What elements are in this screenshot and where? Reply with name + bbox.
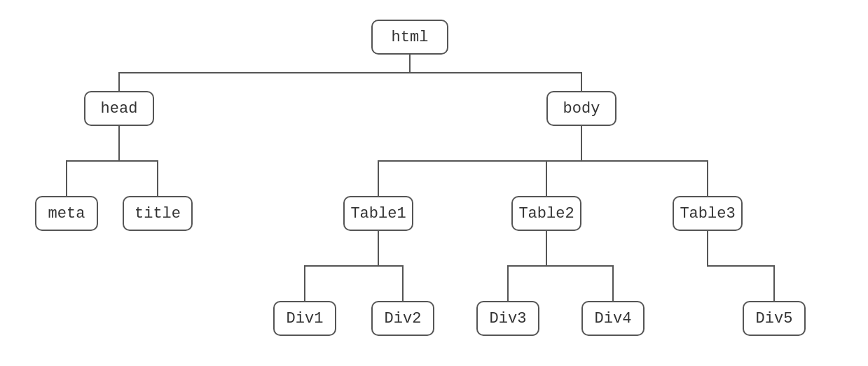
connection-head-meta xyxy=(67,126,119,196)
tree-diagram: htmlheadbodymetatitleTable1Table2Table3D… xyxy=(0,0,868,366)
node-title: title xyxy=(123,196,193,231)
connection-body-table2 xyxy=(546,126,581,196)
node-html: html xyxy=(371,20,448,55)
connection-table2-div4 xyxy=(546,231,613,301)
connection-body-table3 xyxy=(581,126,708,196)
node-div3: Div3 xyxy=(476,301,539,336)
connection-table2-div3 xyxy=(508,231,546,301)
node-div1: Div1 xyxy=(273,301,336,336)
connection-head-title xyxy=(119,126,158,196)
connection-html-head xyxy=(119,55,410,91)
connection-html-body xyxy=(410,55,581,91)
node-div4: Div4 xyxy=(581,301,645,336)
node-meta: meta xyxy=(35,196,98,231)
connection-table1-div2 xyxy=(378,231,403,301)
node-table1: Table1 xyxy=(343,196,413,231)
connection-table1-div1 xyxy=(305,231,378,301)
node-table2: Table2 xyxy=(511,196,581,231)
connection-table3-div5 xyxy=(708,231,774,301)
node-table3: Table3 xyxy=(673,196,743,231)
node-div2: Div2 xyxy=(371,301,434,336)
node-div5: Div5 xyxy=(743,301,806,336)
node-head: head xyxy=(84,91,154,126)
node-body: body xyxy=(546,91,616,126)
